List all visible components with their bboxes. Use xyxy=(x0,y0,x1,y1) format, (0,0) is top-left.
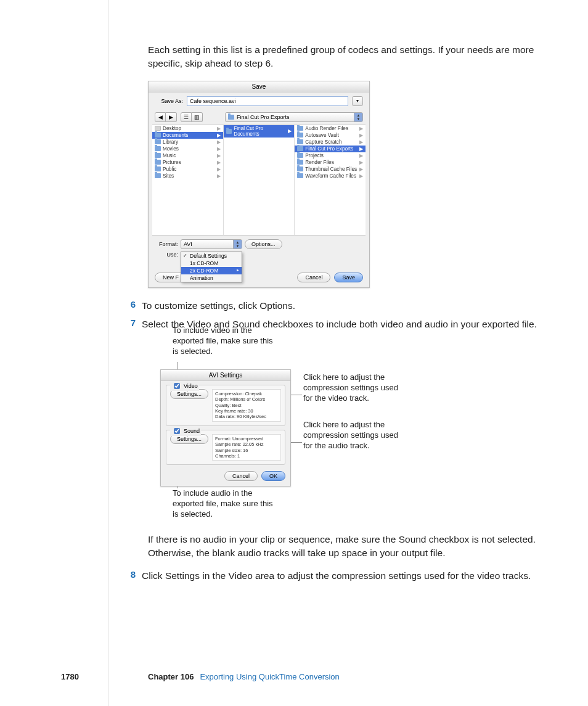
folder-icon xyxy=(155,173,161,178)
path-popup[interactable]: Final Cut Pro Exports ▲▼ xyxy=(225,112,363,122)
browser-row-label: Audio Render Files xyxy=(305,126,348,131)
step-num-6: 6 xyxy=(108,299,142,313)
view-switcher[interactable]: ☰ ▥ xyxy=(181,112,203,122)
folder-icon xyxy=(155,133,161,138)
folder-icon xyxy=(155,166,161,171)
format-popup[interactable]: AVI ▲▼ xyxy=(181,239,242,249)
step-num-8: 8 xyxy=(108,569,142,583)
browser-row[interactable]: Final Cut Pro Exports▶ xyxy=(295,146,365,152)
step-num-7: 7 xyxy=(108,318,142,331)
browser-row[interactable]: Thumbnail Cache Files▶ xyxy=(295,166,365,173)
video-checkbox[interactable] xyxy=(174,383,180,389)
folder-icon xyxy=(155,160,161,165)
browser-row[interactable]: Autosave Vault▶ xyxy=(295,132,365,139)
updown-icon: ▲▼ xyxy=(354,113,362,121)
browser-row-label: Final Cut Pro Documents xyxy=(234,126,288,137)
browser-row[interactable]: Documents▶ xyxy=(152,132,223,139)
chevron-right-icon: ▶ xyxy=(217,146,221,152)
folder-icon xyxy=(297,133,303,138)
path-popup-value: Final Cut Pro Exports xyxy=(237,114,290,120)
browser-row[interactable]: Final Cut Pro Documents▶ xyxy=(224,125,295,138)
browser-row[interactable]: Projects▶ xyxy=(295,152,365,159)
list-view-icon[interactable]: ☰ xyxy=(181,112,192,122)
browser-row-label: Autosave Vault xyxy=(305,133,338,138)
save-as-input[interactable] xyxy=(187,96,348,106)
browser-row-label: Pictures xyxy=(163,160,181,165)
browser-row[interactable]: Render Files▶ xyxy=(295,159,365,166)
chevron-right-icon: ▶ xyxy=(288,128,292,134)
nav-back-icon[interactable]: ◀ xyxy=(155,112,166,122)
browser-row[interactable]: Movies▶ xyxy=(152,146,223,152)
column-view-icon[interactable]: ▥ xyxy=(192,112,203,122)
save-button[interactable]: Save xyxy=(334,273,363,282)
use-label: Use: xyxy=(155,252,178,258)
callout-video-settings: Click here to adjust the compression set… xyxy=(303,372,408,404)
save-as-label: Save As: xyxy=(155,98,183,104)
nav-forward-icon[interactable]: ▶ xyxy=(166,112,177,122)
browser-row-label: Thumbnail Cache Files xyxy=(305,166,357,172)
sound-group: Sound Settings... Format: UncompressedSa… xyxy=(166,430,285,466)
folder-icon xyxy=(297,139,303,144)
browser-row-label: Final Cut Pro Exports xyxy=(305,146,353,152)
folder-icon xyxy=(228,115,234,120)
folder-icon xyxy=(226,129,232,134)
callout-sound-include: To include audio in the exported file, m… xyxy=(173,488,277,520)
nav-back-forward[interactable]: ◀ ▶ xyxy=(155,112,177,122)
browser-row-label: Sites xyxy=(163,173,174,179)
cancel-button[interactable]: Cancel xyxy=(297,273,330,282)
use-menu-item[interactable]: Default Settings xyxy=(181,252,242,260)
callout-video-include: To include video in the exported file, m… xyxy=(173,326,277,357)
browser-row[interactable]: Library▶ xyxy=(152,139,223,146)
browser-row[interactable]: Sites▶ xyxy=(152,173,223,179)
sound-note-paragraph: If there is no audio in your clip or seq… xyxy=(108,533,551,560)
video-legend-label: Video xyxy=(184,383,198,389)
chevron-right-icon: ▶ xyxy=(217,160,221,165)
chevron-right-icon: ▶ xyxy=(217,139,221,145)
browser-row-label: Documents xyxy=(163,133,188,138)
sound-legend-label: Sound xyxy=(184,428,200,434)
browser-row[interactable]: Public▶ xyxy=(152,166,223,173)
chevron-right-icon: ▶ xyxy=(217,166,221,172)
options-button[interactable]: Options... xyxy=(245,239,282,249)
save-dialog: Save Save As: ▾ ◀ ▶ ☰ ▥ Final Cut Pro Ex… xyxy=(148,81,370,288)
chevron-right-icon: ▶ xyxy=(217,153,221,158)
chevron-right-icon: ▶ xyxy=(217,133,221,138)
browser-row-label: Projects xyxy=(305,153,324,158)
browser-row[interactable]: Desktop▶ xyxy=(152,125,223,132)
browser-row[interactable]: Capture Scratch▶ xyxy=(295,139,365,146)
browser-row-label: Music xyxy=(163,153,176,158)
browser-row[interactable]: Music▶ xyxy=(152,152,223,159)
folder-icon xyxy=(297,166,303,171)
avi-cancel-button[interactable]: Cancel xyxy=(224,471,258,481)
step-8-text: Click Settings in the Video area to adju… xyxy=(142,569,551,583)
browser-row[interactable]: Pictures▶ xyxy=(152,159,223,166)
updown-icon: ▲▼ xyxy=(233,240,242,248)
chapter-title: Exporting Using QuickTime Conversion xyxy=(200,672,339,681)
sound-checkbox[interactable] xyxy=(174,428,180,434)
folder-icon xyxy=(297,146,303,151)
browser-row-label: Waveform Cache Files xyxy=(305,173,356,179)
use-menu-item[interactable]: 2x CD-ROM xyxy=(181,267,242,274)
intro-paragraph: Each setting in this list is a predefine… xyxy=(108,43,551,71)
recents-button[interactable]: ▾ xyxy=(352,96,363,106)
video-detail-text: Compression: CinepakDepth: Millions of C… xyxy=(212,389,281,422)
use-popup-menu[interactable]: Default Settings1x CD-ROM2x CD-ROMAnimat… xyxy=(181,252,242,282)
browser-row-label: Movies xyxy=(163,146,179,152)
chevron-right-icon: ▶ xyxy=(359,173,363,179)
browser-row[interactable]: Audio Render Files▶ xyxy=(295,125,365,132)
browser-row-label: Render Files xyxy=(305,160,333,165)
folder-icon xyxy=(155,153,161,158)
use-menu-item[interactable]: 1x CD-ROM xyxy=(181,260,242,267)
chevron-right-icon: ▶ xyxy=(359,133,363,138)
folder-icon xyxy=(297,153,303,158)
callout-sound-settings: Click here to adjust the compression set… xyxy=(303,420,408,451)
browser-row-label: Public xyxy=(163,166,176,172)
sound-detail-text: Format: UncompressedSample rate: 22.05 k… xyxy=(212,434,281,461)
browser-row[interactable]: Waveform Cache Files▶ xyxy=(295,173,365,179)
save-dialog-title: Save xyxy=(149,81,369,92)
use-menu-item[interactable]: Animation xyxy=(181,274,242,282)
folder-icon xyxy=(297,160,303,165)
column-browser[interactable]: Desktop▶Documents▶Library▶Movies▶Music▶P… xyxy=(152,125,365,236)
avi-ok-button[interactable]: OK xyxy=(261,471,285,481)
chevron-right-icon: ▶ xyxy=(359,160,363,165)
